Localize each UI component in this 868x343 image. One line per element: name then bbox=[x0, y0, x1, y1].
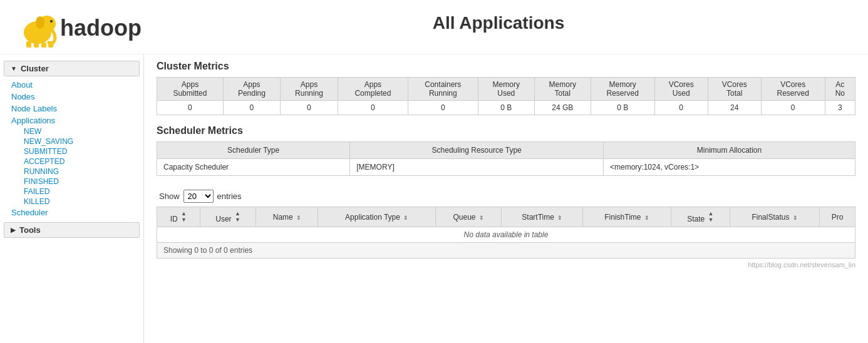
col-apps-completed: AppsCompleted bbox=[338, 78, 408, 101]
applications-table: ID ▲▼ User ▲▼ Name ⇕ Application Type ⇕ bbox=[157, 207, 855, 243]
footer-text: Showing 0 to 0 of 0 entries bbox=[163, 246, 252, 255]
val-scheduling-resource-type: [MEMORY] bbox=[350, 159, 604, 176]
col-finalstatus-label: FinalStatus bbox=[752, 213, 789, 222]
sidebar-cluster-label: Cluster bbox=[21, 64, 49, 73]
entries-select[interactable]: 10 20 50 100 bbox=[183, 190, 214, 203]
cluster-metrics-table: AppsSubmitted AppsPending AppsRunning Ap… bbox=[157, 77, 855, 115]
layout: ▼ Cluster About Nodes Node Labels Applic… bbox=[0, 54, 868, 343]
col-scheduler-type: Scheduler Type bbox=[157, 142, 350, 159]
val-scheduler-type: Capacity Scheduler bbox=[157, 159, 350, 176]
col-queue[interactable]: Queue ⇕ bbox=[435, 207, 501, 227]
cluster-metrics-header-row: AppsSubmitted AppsPending AppsRunning Ap… bbox=[157, 78, 855, 101]
val-memory-used: 0 B bbox=[478, 101, 534, 115]
sidebar: ▼ Cluster About Nodes Node Labels Applic… bbox=[0, 54, 144, 343]
col-starttime[interactable]: StartTime ⇕ bbox=[502, 207, 583, 227]
col-vcores-used: VCoresUsed bbox=[654, 78, 708, 101]
col-queue-label: Queue bbox=[453, 213, 475, 222]
col-application-type[interactable]: Application Type ⇕ bbox=[318, 207, 436, 227]
val-apps-submitted: 0 bbox=[157, 101, 224, 115]
col-id-sort-icon: ▲▼ bbox=[181, 210, 187, 223]
sidebar-cluster-links: About Nodes Node Labels Applications NEW… bbox=[0, 79, 143, 218]
val-memory-reserved: 0 B bbox=[591, 101, 654, 115]
col-apps-pending: AppsPending bbox=[223, 78, 280, 101]
sidebar-link-finished[interactable]: FINISHED bbox=[24, 177, 137, 187]
no-data-message: No data available in table bbox=[157, 227, 855, 243]
scheduler-values-row: Capacity Scheduler [MEMORY] <memory:1024… bbox=[157, 159, 855, 176]
watermark-text: https://blog.csdn.net/stevensam_lin bbox=[748, 261, 855, 269]
col-app-type-label: Application Type bbox=[345, 213, 400, 222]
sidebar-link-submitted[interactable]: SUBMITTED bbox=[24, 146, 137, 156]
sidebar-link-failed[interactable]: FAILED bbox=[24, 187, 137, 197]
sidebar-link-about[interactable]: About bbox=[11, 79, 137, 91]
val-memory-total: 24 GB bbox=[534, 101, 591, 115]
val-apps-running: 0 bbox=[280, 101, 338, 115]
sidebar-link-scheduler[interactable]: Scheduler bbox=[11, 207, 137, 218]
svg-point-3 bbox=[36, 16, 44, 29]
sidebar-link-killed[interactable]: KILLED bbox=[24, 197, 137, 207]
svg-rect-6 bbox=[41, 43, 46, 48]
col-id[interactable]: ID ▲▼ bbox=[157, 207, 200, 227]
tools-arrow-icon: ▶ bbox=[11, 227, 16, 233]
sidebar-tools-header[interactable]: ▶ Tools bbox=[4, 222, 140, 238]
col-pro: Pro bbox=[820, 207, 855, 227]
val-ac-no: 3 bbox=[825, 101, 855, 115]
sidebar-link-nodelabels[interactable]: Node Labels bbox=[11, 103, 137, 115]
page-title: All Applications bbox=[142, 13, 855, 33]
col-state[interactable]: State ▲▼ bbox=[671, 207, 730, 227]
col-vcores-reserved: VCoresReserved bbox=[761, 78, 825, 101]
sidebar-link-nodes[interactable]: Nodes bbox=[11, 91, 137, 103]
col-apps-running: AppsRunning bbox=[280, 78, 338, 101]
col-id-label: ID bbox=[170, 215, 178, 223]
col-user-label: User bbox=[215, 215, 231, 223]
col-finishtime[interactable]: FinishTime ⇕ bbox=[583, 207, 671, 227]
sidebar-link-new-saving[interactable]: NEW_SAVING bbox=[24, 136, 137, 146]
val-vcores-used: 0 bbox=[654, 101, 708, 115]
scheduler-header-row: Scheduler Type Scheduling Resource Type … bbox=[157, 142, 855, 159]
cluster-metrics-values-row: 0 0 0 0 0 0 B 24 GB 0 B 0 24 0 3 bbox=[157, 101, 855, 115]
hadoop-logo-svg bbox=[13, 6, 63, 50]
app-table-header-row: ID ▲▼ User ▲▼ Name ⇕ Application Type ⇕ bbox=[157, 207, 855, 227]
logo: hadoop bbox=[13, 6, 142, 50]
col-finalstatus-sort-icon: ⇕ bbox=[793, 215, 798, 221]
watermark: https://blog.csdn.net/stevensam_lin bbox=[157, 259, 855, 271]
svg-rect-4 bbox=[26, 41, 31, 48]
no-data-row: No data available in table bbox=[157, 227, 855, 243]
col-user[interactable]: User ▲▼ bbox=[200, 207, 256, 227]
val-apps-pending: 0 bbox=[223, 101, 280, 115]
col-containers-running: ContainersRunning bbox=[408, 78, 478, 101]
val-minimum-allocation: <memory:1024, vCores:1> bbox=[604, 159, 855, 176]
col-app-type-sort-icon: ⇕ bbox=[403, 215, 408, 221]
col-memory-reserved: MemoryReserved bbox=[591, 78, 654, 101]
col-scheduling-resource-type: Scheduling Resource Type bbox=[350, 142, 604, 159]
val-apps-completed: 0 bbox=[338, 101, 408, 115]
sidebar-link-accepted[interactable]: ACCEPTED bbox=[24, 156, 137, 166]
col-memory-total: MemoryTotal bbox=[534, 78, 591, 101]
entries-label: entries bbox=[217, 192, 242, 201]
scheduler-metrics-table: Scheduler Type Scheduling Resource Type … bbox=[157, 141, 855, 176]
sidebar-cluster-header[interactable]: ▼ Cluster bbox=[4, 61, 140, 76]
cluster-arrow-icon: ▼ bbox=[11, 65, 17, 72]
col-name-label: Name bbox=[273, 213, 293, 222]
cluster-metrics-title: Cluster Metrics bbox=[157, 61, 855, 72]
sidebar-link-applications[interactable]: Applications bbox=[11, 115, 137, 126]
main-content: Cluster Metrics AppsSubmitted AppsPendin… bbox=[144, 54, 868, 343]
col-state-sort-icon: ▲▼ bbox=[708, 210, 714, 223]
val-vcores-total: 24 bbox=[708, 101, 761, 115]
sidebar-link-new[interactable]: NEW bbox=[24, 126, 137, 136]
scheduler-metrics-title: Scheduler Metrics bbox=[157, 125, 855, 136]
svg-point-2 bbox=[50, 20, 53, 23]
col-name[interactable]: Name ⇕ bbox=[256, 207, 318, 227]
sidebar-cluster-section: ▼ Cluster About Nodes Node Labels Applic… bbox=[0, 61, 143, 218]
col-user-sort-icon: ▲▼ bbox=[235, 210, 240, 223]
sidebar-app-sublinks: NEW NEW_SAVING SUBMITTED ACCEPTED RUNNIN… bbox=[11, 126, 137, 207]
col-finalstatus[interactable]: FinalStatus ⇕ bbox=[730, 207, 819, 227]
col-starttime-sort-icon: ⇕ bbox=[557, 215, 562, 221]
sidebar-tools-section: ▶ Tools bbox=[0, 222, 143, 238]
show-label: Show bbox=[159, 192, 180, 201]
header: hadoop All Applications bbox=[0, 0, 868, 54]
sidebar-link-running[interactable]: RUNNING bbox=[24, 166, 137, 177]
col-finishtime-sort-icon: ⇕ bbox=[644, 215, 649, 221]
col-minimum-allocation: Minimum Allocation bbox=[604, 142, 855, 159]
show-entries-bar: Show 10 20 50 100 entries bbox=[157, 186, 855, 207]
val-containers-running: 0 bbox=[408, 101, 478, 115]
